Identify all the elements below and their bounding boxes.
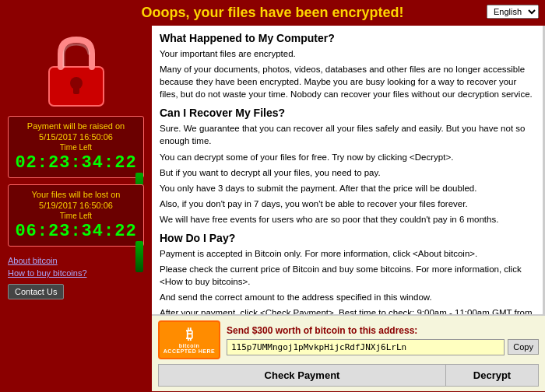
language-selector[interactable]: English [487, 5, 539, 19]
section2-p6: We will have free events for users who a… [160, 213, 535, 226]
section2-p2: You can decrypt some of your files for f… [160, 151, 535, 163]
action-buttons: Check Payment Decrypt [158, 364, 539, 387]
address-row: Copy [227, 339, 539, 355]
payment-area: ₿ bitcoinACCEPTED HERE Send $300 worth o… [152, 314, 545, 391]
header-title: Ooops, your files have been encrypted! [141, 5, 403, 20]
files-lost-label: Your files will be lost on [15, 190, 137, 199]
section3-p3: And send the correct amount to the addre… [160, 291, 535, 303]
lock-icon [37, 32, 115, 110]
check-payment-button[interactable]: Check Payment [158, 364, 445, 387]
btc-address-input[interactable] [227, 339, 505, 355]
section2-p1: Sure. We guarantee that you can recover … [160, 122, 535, 147]
about-bitcoin-link[interactable]: About bitcoin [8, 256, 144, 265]
right-panel: What Happened to My Computer? Your impor… [152, 26, 545, 391]
bitcoin-row: ₿ bitcoinACCEPTED HERE Send $300 worth o… [158, 320, 539, 359]
files-lost-box: Your files will be lost on 5/19/2017 16:… [8, 184, 144, 247]
decrypt-button[interactable]: Decrypt [445, 364, 539, 387]
section1-title: What Happened to My Computer? [160, 32, 535, 44]
section3-p1: Payment is accepted in Bitcoin only. For… [160, 247, 535, 260]
left-links: About bitcoin How to buy bitcoins? Conta… [8, 256, 144, 299]
send-label: Send $300 worth of bitcoin to this addre… [227, 325, 539, 336]
main-layout: Payment will be raised on 5/15/2017 16:5… [0, 26, 545, 391]
section2-p3: But if you want to decrypt all your file… [160, 166, 535, 179]
section3-p4: After your payment, click <Check Payment… [160, 306, 535, 314]
payment-raise-label: Payment will be raised on [15, 121, 137, 131]
section2-title: Can I Recover My Files? [160, 107, 535, 119]
section1-p2: Many of your documents, photos, videos, … [160, 63, 535, 100]
left-panel: Payment will be raised on 5/15/2017 16:5… [0, 26, 152, 391]
svg-rect-2 [73, 83, 79, 94]
content-area[interactable]: What Happened to My Computer? Your impor… [152, 26, 545, 314]
section1-p1: Your important files are encrypted. [160, 47, 535, 60]
progress-bar-2 [135, 241, 143, 272]
files-lost-date: 5/19/2017 16:50:06 [15, 201, 137, 210]
section2-p4: You only have 3 days to submit the payme… [160, 182, 535, 194]
section2-p5: Also, if you don't pay in 7 days, you wo… [160, 198, 535, 210]
bitcoin-logo: ₿ bitcoinACCEPTED HERE [158, 320, 220, 359]
send-info: Send $300 worth of bitcoin to this addre… [227, 325, 539, 355]
payment-raise-date: 5/15/2017 16:50:06 [15, 132, 137, 142]
how-to-buy-link[interactable]: How to buy bitcoins? [8, 268, 144, 278]
bitcoin-symbol: ₿ [186, 327, 193, 343]
section3-p2: Please check the current price of Bitcoi… [160, 263, 535, 288]
bitcoin-text: bitcoinACCEPTED HERE [164, 343, 215, 354]
countdown-2: 06:23:34:22 [15, 222, 137, 241]
copy-button[interactable]: Copy [508, 339, 539, 355]
time-left-label-2: Time Left [15, 212, 137, 220]
section3-title: How Do I Pay? [160, 232, 535, 244]
time-left-label-1: Time Left [15, 143, 137, 152]
countdown-1: 02:23:34:22 [15, 153, 137, 173]
header: Ooops, your files have been encrypted! E… [0, 0, 545, 26]
contact-us-button[interactable]: Contact Us [8, 284, 64, 299]
payment-raise-box: Payment will be raised on 5/15/2017 16:5… [8, 116, 144, 178]
